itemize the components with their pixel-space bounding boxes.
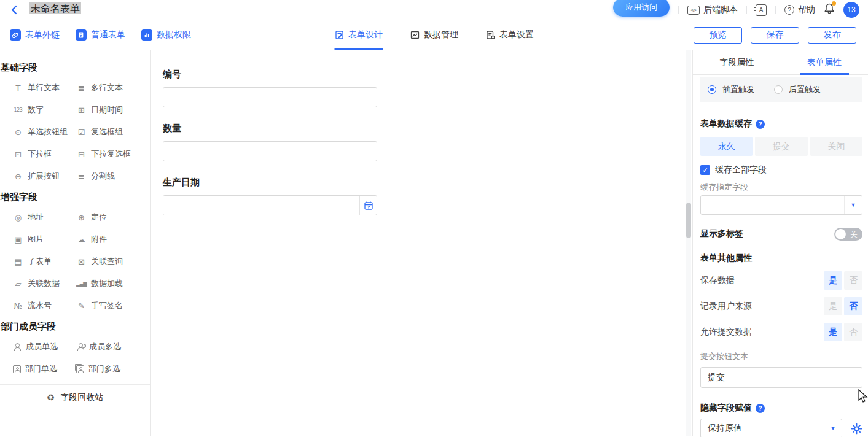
radio-label-post-trigger[interactable]: 后置触发 [789,84,821,95]
help-question-icon[interactable]: ? [756,120,765,129]
field-item-multi-text[interactable]: ≣多行文本 [76,82,150,93]
save-data-row: 保存数据 是 否 [700,271,862,290]
radio-post-trigger[interactable] [774,85,783,94]
save-data-no-button[interactable]: 否 [844,271,862,290]
tab-normal-form[interactable]: 普通表单 [76,29,125,41]
save-button[interactable]: 保存 [751,27,799,44]
field-item-checkbox-group[interactable]: ☑复选框组 [76,126,150,137]
tab-form-properties[interactable]: 表单属性 [781,50,868,74]
form-canvas[interactable]: 编号 数量 生产日期 [151,50,692,436]
hidden-field-assign-title: 隐藏字段赋值 [700,403,752,414]
field-item-select[interactable]: ⊡下拉框 [13,149,76,160]
field-item-linked-data[interactable]: ▱关联数据 [13,278,76,289]
toggle-knob [835,229,846,239]
canvas-scrollbar-thumb[interactable] [686,203,691,238]
field-item-extend-button[interactable]: ⊖扩展按钮 [13,171,76,182]
form-design-icon [334,30,344,40]
cache-specified-fields-select[interactable]: ▼ [700,195,862,215]
field-item-member-multi[interactable]: 成员多选 [76,341,150,352]
field-label: 编号 [163,69,377,80]
hidden-field-assign-settings-button[interactable] [850,422,862,435]
form-settings-icon [485,30,495,40]
subform-icon: ▤ [13,257,23,266]
field-item-address[interactable]: ◎地址 [13,212,76,223]
publish-button[interactable]: 发布 [808,27,856,44]
divider [746,6,747,14]
tab-field-properties[interactable]: 字段属性 [693,50,781,74]
avatar[interactable]: 13 [843,2,859,18]
multi-tab-toggle[interactable]: 关 [834,228,862,241]
canvas-scrollbar-track[interactable] [686,50,691,436]
field-item-data-load[interactable]: ▂▄▆数据加载 [76,278,150,289]
cache-option-close[interactable]: 关闭 [810,137,862,156]
field-item-radio-group[interactable]: ⊙单选按钮组 [13,126,76,137]
field-item-attachment[interactable]: ☁附件 [76,234,150,245]
field-recycle-bin[interactable]: ♻ 字段回收站 [0,384,150,411]
field-input-production-date[interactable] [163,196,359,215]
tab-form-settings[interactable]: 表单设置 [485,20,534,50]
field-item-image[interactable]: ▣图片 [13,234,76,245]
field-item-datetime[interactable]: ⊞日期时间 [76,104,150,115]
field-item-subform[interactable]: ▤子表单 [13,256,76,267]
tab-form-external-link[interactable]: 表单外链 [10,29,60,41]
data-manage-icon [410,30,420,40]
hidden-field-assign-select[interactable]: 保持原值 ▼ [700,419,842,437]
form-title-editable[interactable]: 未命名表单 [29,2,81,17]
cache-all-fields-checkbox-row[interactable]: ✓ 缓存全部字段 [700,164,862,176]
field-input-quantity[interactable] [163,141,377,161]
submit-button-text-input[interactable] [700,367,862,388]
field-item-location[interactable]: ⊕定位 [76,212,150,223]
app-window: 未命名表单 应用访问 </> 后端脚本 A ? 帮助 1 [0,0,868,437]
preview-button[interactable]: 预览 [694,27,742,44]
divider-icon: ≡ [76,172,87,181]
date-picker-button[interactable] [359,196,377,215]
field-item-multi-select[interactable]: ⊟下拉复选框 [76,149,150,160]
cache-option-submit[interactable]: 提交 [755,137,807,156]
tab-data-management[interactable]: 数据管理 [410,20,458,50]
save-data-yes-button[interactable]: 是 [824,271,842,290]
field-item-number[interactable]: 123数字 [13,104,76,115]
radio-pre-trigger[interactable] [708,85,716,94]
field-label: 生产日期 [163,177,377,188]
backend-script-button[interactable]: </> 后端脚本 [687,4,738,15]
serial-number-icon: № [13,301,23,311]
attachment-icon: ☁ [76,235,87,244]
field-item-single-text[interactable]: T单行文本 [13,82,76,93]
select-icon: ⊡ [13,150,23,159]
field-item-dept-single[interactable]: 部门单选 [13,363,76,374]
field-item-member-single[interactable]: 成员单选 [13,341,76,352]
notifications-button[interactable] [824,2,835,17]
divider [775,6,776,14]
single-text-icon: T [13,83,23,93]
form-title[interactable]: 未命名表单 [29,2,81,14]
field-item-linked-query[interactable]: ⊠关联查询 [76,256,150,267]
cache-specified-fields-label: 缓存指定字段 [700,182,862,191]
radio-group-icon: ⊙ [13,128,23,137]
allow-submit-no-button[interactable]: 否 [844,323,862,341]
trigger-radio-group: 前置触发 后置触发 [700,77,862,102]
field-item-signature[interactable]: ✎手写签名 [76,300,150,311]
location-icon: ⊕ [76,213,87,222]
tab-form-design[interactable]: 表单设计 [334,20,383,50]
allow-submit-yes-button[interactable]: 是 [824,323,842,341]
field-item-dept-multi[interactable]: 部门多选 [76,363,150,374]
record-source-yes-button[interactable]: 是 [824,297,842,315]
help-question-icon[interactable]: ? [756,404,765,413]
checkbox-checked-icon[interactable]: ✓ [700,165,710,175]
field-item-divider[interactable]: ≡分割线 [76,171,150,182]
back-button[interactable] [7,3,21,17]
toolbar: 表单外链 普通表单 数据权限 表单设计 数据管理 [0,20,868,50]
canvas-field-production-date[interactable]: 生产日期 [163,177,377,215]
radio-label-pre-trigger[interactable]: 前置触发 [722,84,754,95]
cache-option-forever[interactable]: 永久 [700,137,753,156]
number-icon: 123 [13,107,23,113]
canvas-field-quantity[interactable]: 数量 [163,123,377,161]
help-button[interactable]: ? 帮助 [784,4,815,15]
field-input-number[interactable] [163,87,377,107]
field-item-serial-number[interactable]: №流水号 [13,300,76,311]
canvas-field-number[interactable]: 编号 [163,69,377,107]
contacts-icon[interactable]: A [756,4,767,16]
app-access-button[interactable]: 应用访问 [613,0,670,17]
record-source-no-button[interactable]: 否 [844,297,862,315]
tab-data-permission[interactable]: 数据权限 [141,29,191,41]
